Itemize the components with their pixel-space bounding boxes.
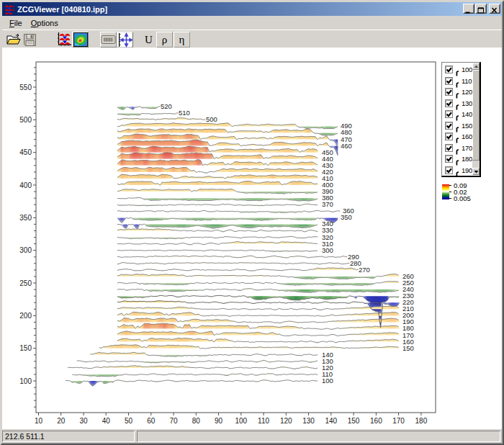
- svg-text:500: 500: [19, 116, 32, 124]
- svg-text:100: 100: [235, 417, 247, 425]
- svg-text:160: 160: [370, 417, 382, 425]
- svg-text:50: 50: [125, 417, 133, 425]
- svg-text:100: 100: [19, 377, 32, 385]
- svg-text:140: 140: [325, 417, 337, 425]
- svg-text:150: 150: [402, 344, 414, 352]
- svg-text:110: 110: [258, 417, 269, 425]
- svg-text:130: 130: [302, 417, 315, 425]
- svg-text:460: 460: [341, 142, 352, 150]
- svg-text:20: 20: [57, 417, 66, 425]
- svg-text:550: 550: [19, 84, 32, 91]
- svg-text:100: 100: [322, 377, 333, 385]
- svg-text:10: 10: [35, 417, 43, 425]
- svg-text:70: 70: [169, 417, 178, 425]
- svg-text:60: 60: [147, 417, 156, 425]
- svg-text:300: 300: [19, 246, 32, 254]
- svg-text:510: 510: [179, 109, 190, 117]
- svg-text:30: 30: [79, 417, 88, 425]
- svg-text:500: 500: [206, 115, 217, 123]
- svg-text:520: 520: [161, 102, 172, 110]
- svg-text:270: 270: [359, 266, 370, 274]
- svg-text:120: 120: [280, 417, 292, 425]
- svg-text:80: 80: [192, 417, 201, 425]
- svg-text:400: 400: [19, 181, 32, 189]
- svg-text:200: 200: [19, 312, 32, 320]
- svg-text:180: 180: [415, 417, 428, 425]
- svg-text:300: 300: [322, 246, 333, 254]
- svg-text:150: 150: [19, 344, 32, 352]
- svg-text:90: 90: [215, 417, 223, 425]
- svg-text:250: 250: [19, 279, 32, 287]
- svg-text:350: 350: [341, 213, 352, 221]
- svg-text:150: 150: [348, 417, 360, 425]
- svg-text:450: 450: [19, 148, 32, 156]
- svg-text:350: 350: [19, 214, 32, 222]
- svg-text:40: 40: [102, 417, 111, 425]
- svg-text:370: 370: [322, 200, 333, 208]
- svg-text:170: 170: [392, 417, 405, 425]
